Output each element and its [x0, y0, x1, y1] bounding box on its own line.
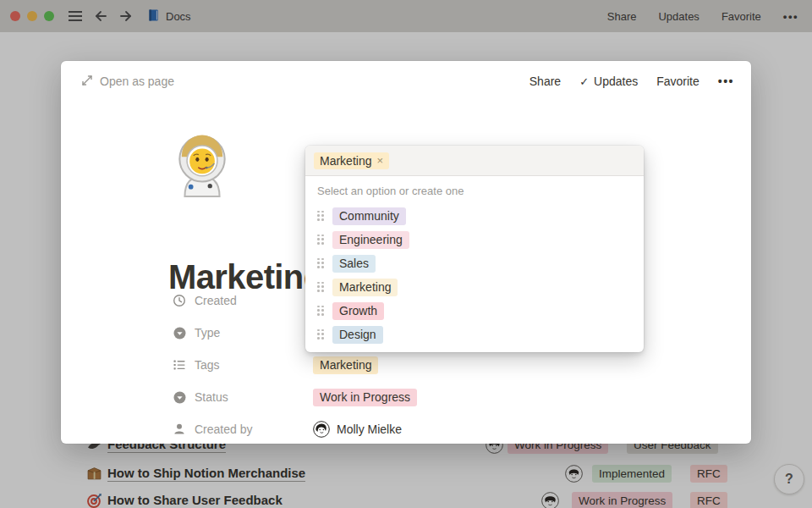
drag-handle-icon[interactable] [317, 235, 324, 246]
property-label: Created by [195, 422, 252, 436]
tag-option: Design [332, 326, 383, 344]
avatar-molly-mielke [313, 421, 330, 438]
share-button[interactable]: Share [529, 75, 561, 88]
select-icon [173, 326, 186, 340]
person-icon [173, 422, 186, 436]
expand-diagonal-icon [81, 75, 93, 89]
dropdown-hint: Select an option or create one [305, 176, 644, 202]
remove-tag-icon[interactable]: × [376, 155, 383, 166]
selected-tag-label: Marketing [320, 154, 371, 168]
drag-handle-icon[interactable] [317, 306, 324, 317]
drag-handle-icon[interactable] [317, 329, 324, 340]
open-as-page-label: Open as page [100, 75, 174, 88]
favorite-button[interactable]: Favorite [656, 75, 700, 88]
page-emoji-woman-astronaut[interactable] [169, 132, 235, 198]
dropdown-option-engineering[interactable]: Engineering [305, 228, 644, 251]
tag-option: Sales [332, 255, 376, 273]
updates-label: Updates [594, 75, 638, 88]
tag-input[interactable]: Marketing × [305, 146, 644, 176]
tag-option: Community [332, 207, 406, 225]
open-as-page-button[interactable]: Open as page [76, 74, 179, 90]
status-work-in-progress[interactable]: Work in Progress [313, 389, 417, 406]
tag-option: Growth [332, 302, 384, 320]
tag-option: Engineering [332, 231, 409, 249]
clock-icon [173, 294, 186, 307]
notion-app-window: Docs Share Updates Favorite ••• Feedback… [0, 0, 812, 508]
tag-option: Marketing [332, 279, 398, 296]
dropdown-option-sales[interactable]: Sales [305, 251, 644, 275]
property-label: Type [195, 326, 220, 340]
dropdown-option-community[interactable]: Community [305, 204, 644, 228]
list-icon [173, 358, 186, 372]
check-icon: ✓ [579, 75, 589, 88]
property-label: Status [195, 390, 228, 404]
dropdown-option-design[interactable]: Design [305, 323, 644, 346]
created-by-value[interactable]: Molly Mielke [313, 421, 402, 438]
dropdown-option-marketing[interactable]: Marketing [305, 275, 644, 299]
dropdown-option-growth[interactable]: Growth [305, 299, 644, 323]
modal-actions: Share ✓ Updates Favorite ••• [529, 75, 734, 88]
tag-select-dropdown: Marketing × Select an option or create o… [305, 146, 644, 352]
drag-handle-icon[interactable] [317, 258, 324, 269]
drag-handle-icon[interactable] [317, 211, 324, 222]
tag-marketing[interactable]: Marketing [313, 356, 378, 374]
property-label: Tags [195, 358, 220, 372]
dropdown-options: Community Engineering Sales Marketing Gr… [305, 202, 644, 352]
updates-button[interactable]: ✓ Updates [579, 75, 638, 88]
property-row-tags[interactable]: Tags Marketing [173, 349, 646, 381]
modal-header: Open as page Share ✓ Updates Favorite ••… [61, 61, 751, 102]
selected-tag-chip[interactable]: Marketing × [314, 152, 389, 169]
more-options-icon[interactable]: ••• [718, 75, 734, 88]
select-icon [173, 390, 186, 404]
created-by-name: Molly Mielke [337, 422, 402, 436]
property-label: Created [195, 294, 237, 307]
drag-handle-icon[interactable] [317, 282, 324, 293]
property-row-status[interactable]: Status Work in Progress [173, 381, 646, 413]
property-row-created-by[interactable]: Created by Molly Mielke [173, 413, 646, 445]
